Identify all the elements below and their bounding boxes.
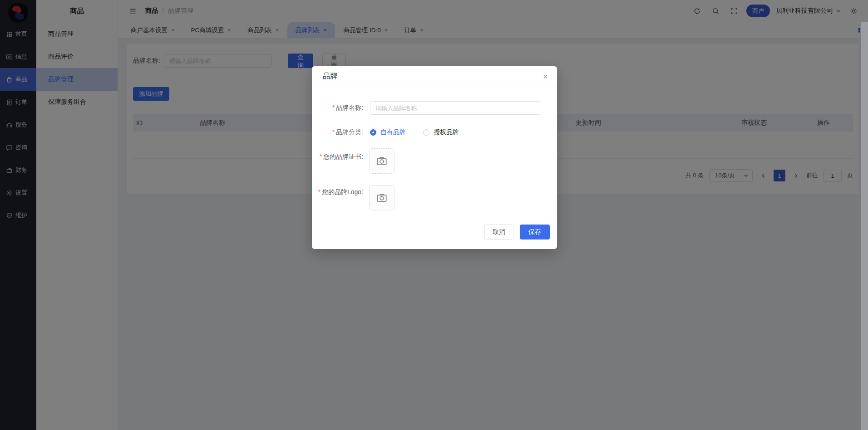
brand-certificate-label: 您的品牌证书: <box>323 153 363 160</box>
camera-icon <box>376 192 388 204</box>
brand-category-label: 品牌分类: <box>336 128 363 136</box>
save-button[interactable]: 保存 <box>520 225 550 239</box>
brand-logo-label: 您的品牌Logo: <box>322 188 363 195</box>
brand-dialog: 品牌 × *品牌名称: *品牌分类: 自有品牌 授权品牌 *您的品牌证书: <box>312 66 557 249</box>
radio-unchecked-icon <box>423 129 429 136</box>
brand-category-radio-group: 自有品牌 授权品牌 <box>370 128 459 137</box>
brand-category-field-row: *品牌分类: 自有品牌 授权品牌 <box>312 126 557 139</box>
scrollbar[interactable] <box>861 22 868 430</box>
dialog-title: 品牌 <box>323 72 337 81</box>
brand-certificate-field-row: *您的品牌证书: <box>312 148 557 174</box>
radio-checked-icon <box>370 129 376 136</box>
brand-name-input[interactable] <box>370 101 540 115</box>
brand-logo-field-row: *您的品牌Logo: <box>312 185 557 210</box>
camera-icon <box>376 155 388 167</box>
required-mark: * <box>318 188 321 195</box>
certificate-upload-box[interactable] <box>369 148 395 174</box>
cancel-button[interactable]: 取消 <box>484 225 513 239</box>
brand-name-field-row: *品牌名称: <box>312 101 557 115</box>
radio-own-brand[interactable]: 自有品牌 <box>370 128 406 137</box>
required-mark: * <box>332 128 335 136</box>
radio-authorized-brand[interactable]: 授权品牌 <box>423 128 459 137</box>
dialog-header: 品牌 × <box>312 66 557 87</box>
close-icon[interactable]: × <box>543 72 548 81</box>
logo-upload-box[interactable] <box>369 185 395 210</box>
dialog-footer: 取消 保存 <box>484 225 550 239</box>
required-mark: * <box>332 104 335 111</box>
app-root: 首页 信息 商品 订单 服务 咨询 <box>0 0 868 430</box>
required-mark: * <box>320 153 322 160</box>
brand-name-label: 品牌名称: <box>336 104 363 111</box>
